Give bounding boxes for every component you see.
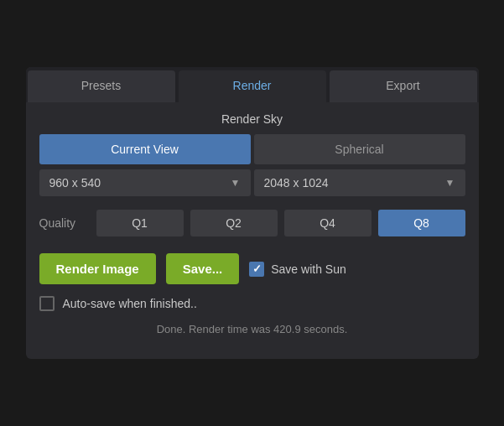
autosave-checkbox[interactable]	[39, 296, 55, 311]
current-res-chevron-icon: ▼	[231, 177, 241, 189]
current-resolution-dropdown[interactable]: 960 x 540 ▼	[39, 169, 251, 196]
save-button[interactable]: Save...	[166, 253, 240, 284]
view-toggle: Current View Spherical	[39, 134, 465, 164]
save-with-sun-checkbox[interactable]	[249, 262, 264, 277]
quality-row: Quality Q1 Q2 Q4 Q8	[39, 210, 465, 236]
save-with-sun-container: Save with Sun	[249, 262, 346, 277]
current-view-button[interactable]: Current View	[39, 134, 251, 164]
quality-q2-button[interactable]: Q2	[190, 210, 278, 236]
save-with-sun-label: Save with Sun	[271, 262, 346, 276]
autosave-label: Auto-save when finished..	[63, 297, 197, 310]
resolution-row: 960 x 540 ▼ 2048 x 1024 ▼	[39, 169, 465, 196]
quality-q1-button[interactable]: Q1	[96, 210, 184, 236]
action-row: Render Image Save... Save with Sun	[39, 253, 465, 284]
spherical-res-chevron-icon: ▼	[445, 177, 455, 189]
quality-q8-button[interactable]: Q8	[378, 210, 465, 236]
current-resolution-value: 960 x 540	[49, 176, 101, 190]
spherical-resolution-dropdown[interactable]: 2048 x 1024 ▼	[254, 169, 465, 196]
quality-q4-button[interactable]: Q4	[284, 210, 372, 236]
tab-export[interactable]: Export	[330, 70, 477, 102]
spherical-resolution-value: 2048 x 1024	[264, 176, 329, 190]
tabs-bar: Presets Render Export	[26, 67, 479, 102]
autosave-row: Auto-save when finished..	[39, 296, 465, 311]
tab-presets[interactable]: Presets	[28, 70, 175, 102]
spherical-button[interactable]: Spherical	[254, 134, 465, 164]
status-text: Done. Render time was 420.9 seconds.	[26, 320, 479, 339]
panel: Presets Render Export Render Sky Current…	[26, 67, 479, 359]
render-image-button[interactable]: Render Image	[39, 253, 156, 284]
quality-label: Quality	[39, 216, 90, 230]
tab-render[interactable]: Render	[179, 70, 326, 102]
section-title: Render Sky	[26, 102, 479, 134]
